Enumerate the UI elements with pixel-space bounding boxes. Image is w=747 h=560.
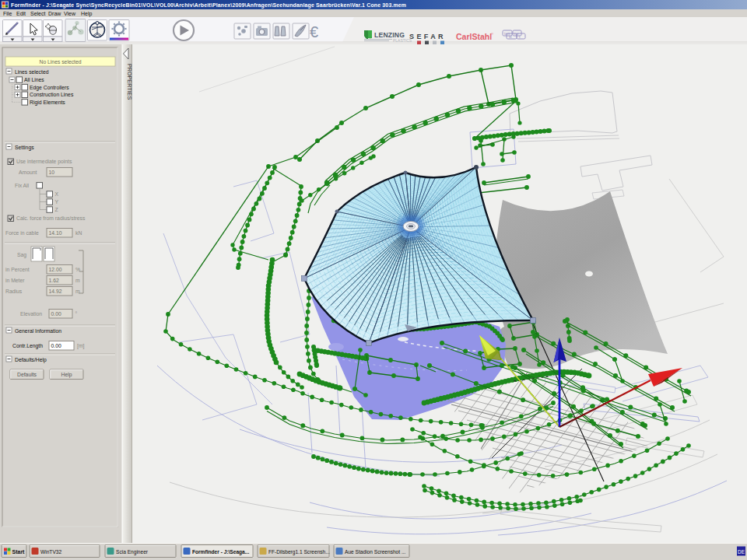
svg-text:All Lines: All Lines (24, 77, 44, 82)
svg-text:Y: Y (55, 199, 59, 205)
svg-text:Draw: Draw (48, 11, 61, 16)
svg-text:Radius: Radius (5, 289, 23, 294)
svg-text:14.10: 14.10 (49, 230, 62, 236)
svg-text:si: si (509, 34, 512, 39)
svg-text:Lines selected: Lines selected (15, 69, 49, 75)
svg-text:0.00: 0.00 (51, 311, 61, 317)
svg-text:FF-Dilsberg1.1 Screensh...: FF-Dilsberg1.1 Screensh... (268, 549, 330, 555)
svg-text:SEFAR: SEFAR (409, 33, 446, 40)
svg-text:Defaults: Defaults (17, 372, 37, 377)
svg-text:File: File (3, 11, 12, 16)
svg-text:ne: ne (514, 31, 519, 36)
svg-text:12.00: 12.00 (49, 267, 62, 272)
svg-text:Elevation: Elevation (20, 311, 42, 317)
svg-text:Fix All: Fix All (15, 183, 30, 188)
svg-text:0.00: 0.00 (51, 343, 61, 348)
svg-text:°: ° (75, 311, 78, 317)
svg-text:Edit: Edit (16, 11, 26, 16)
svg-text:%: % (75, 267, 80, 272)
svg-text:Calc. force from radius/stress: Calc. force from radius/stress (16, 215, 86, 221)
svg-text:X: X (55, 191, 59, 197)
svg-text:14.92: 14.92 (49, 289, 62, 294)
svg-text:in Percent: in Percent (5, 267, 30, 272)
svg-text:View: View (64, 11, 76, 16)
svg-text:Edge Controllers: Edge Controllers (30, 85, 69, 91)
svg-text:Sag: Sag (17, 252, 26, 258)
svg-text:Amount: Amount (19, 170, 37, 175)
svg-text:[m]: [m] (77, 343, 85, 349)
svg-text:Start: Start (12, 549, 26, 555)
svg-text:WinTV32: WinTV32 (40, 549, 61, 555)
svg-text:Use intermediate points: Use intermediate points (16, 159, 72, 165)
svg-text:Select: Select (30, 11, 46, 16)
svg-text:PROPERTIES: PROPERTIES (126, 64, 133, 100)
svg-text:Help: Help (61, 372, 72, 378)
svg-text:Formfinder - J:\Seagate Sync\S: Formfinder - J:\Seagate Sync\SyncRecycle… (11, 2, 406, 9)
svg-text:Scia Engineer: Scia Engineer (116, 549, 149, 555)
svg-text:Rigid Elements: Rigid Elements (30, 100, 65, 106)
svg-text:®: ® (491, 32, 493, 36)
svg-text:€: € (310, 23, 318, 40)
svg-text:kN: kN (75, 230, 82, 236)
svg-text:Force in cable: Force in cable (5, 230, 39, 236)
svg-text:Settings: Settings (15, 145, 34, 151)
svg-text:General Information: General Information (15, 328, 61, 334)
svg-text:Formfinder - J:\Seaga...: Formfinder - J:\Seaga... (192, 549, 249, 555)
svg-text:m: m (75, 278, 80, 283)
svg-text:Defaults/Help: Defaults/Help (15, 357, 47, 363)
svg-text:1.62: 1.62 (49, 278, 59, 283)
svg-text:10: 10 (49, 170, 55, 175)
svg-text:m: m (75, 289, 80, 294)
svg-text:No Lines selected: No Lines selected (39, 59, 81, 65)
svg-text:in Meter: in Meter (5, 278, 25, 283)
svg-text:CarlStahl: CarlStahl (456, 32, 492, 41)
svg-text:DE: DE (738, 549, 745, 555)
svg-text:Help: Help (81, 11, 93, 17)
svg-text:Aue Stadion Screenshot ...: Aue Stadion Screenshot ... (345, 549, 406, 555)
svg-text:Z: Z (55, 207, 58, 212)
svg-text:Construction Lines: Construction Lines (30, 92, 74, 97)
svg-text:Contr.Length: Contr.Length (12, 343, 43, 349)
